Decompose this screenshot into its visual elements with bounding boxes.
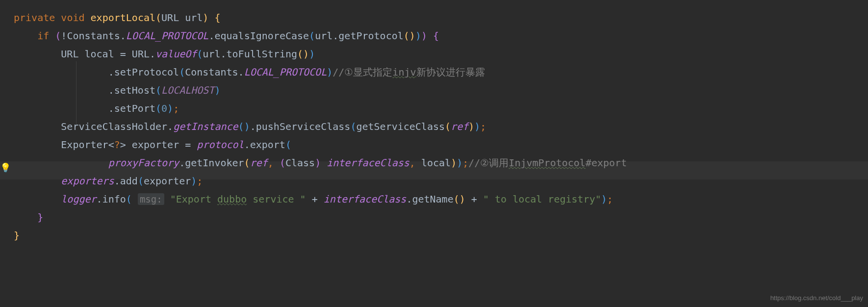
string-1: "Export dubbo service " [170,193,306,205]
code-block: private void exportLocal(URL url) { if (… [0,0,868,245]
keyword-if: if [37,30,49,42]
line-3: URL local = URL.valueOf(url.toFullString… [61,48,315,60]
field-proxyFactory: proxyFactory [108,157,179,169]
comment-2: //②调用InjvmProtocol#export [468,157,627,169]
line-10: exporters.add(exporter); [61,175,203,187]
const-localhost: LOCALHOST [161,84,214,96]
line-2: if (!Constants.LOCAL_PROTOCOL.equalsIgno… [37,30,439,42]
field-ref: ref [451,121,468,132]
line-5: .setHost(LOCALHOST) [108,84,221,96]
param-hint: msg: [138,193,164,205]
keyword-private: private [14,12,55,24]
field-logger: logger [61,193,96,205]
param-type: URL [161,12,179,24]
comment-1: //①显式指定injv新协议进行暴露 [332,66,485,78]
close-brace-if: } [37,211,43,223]
static-valueOf: valueOf [155,48,197,60]
line-9: proxyFactory.getInvoker(ref, (Class) int… [108,157,627,169]
line-7: ServiceClassHolder.getInstance().pushSer… [61,121,486,132]
keyword-void: void [61,12,84,24]
line-11: logger.info( msg: "Export dubbo service … [61,193,613,205]
field-exporters: exporters [61,175,114,187]
method-name: exportLocal [91,12,155,24]
field-protocol: protocol [197,139,244,151]
close-brace-method: } [14,230,20,241]
line-8: Exporter<?> exporter = protocol.export( [61,139,291,151]
string-2: " to local registry" [483,193,601,205]
intention-bulb-icon[interactable]: 💡 [0,159,11,176]
line-6: .setPort(0); [108,102,179,114]
param-name: url [185,12,203,24]
watermark: https://blog.csdn.net/cold___play [770,292,863,304]
const-local-protocol: LOCAL_PROTOCOL [126,30,209,42]
line-4: .setProtocol(Constants.LOCAL_PROTOCOL)//… [108,66,485,78]
line-1: private void exportLocal(URL url) { [14,12,221,24]
number-zero: 0 [161,102,167,114]
